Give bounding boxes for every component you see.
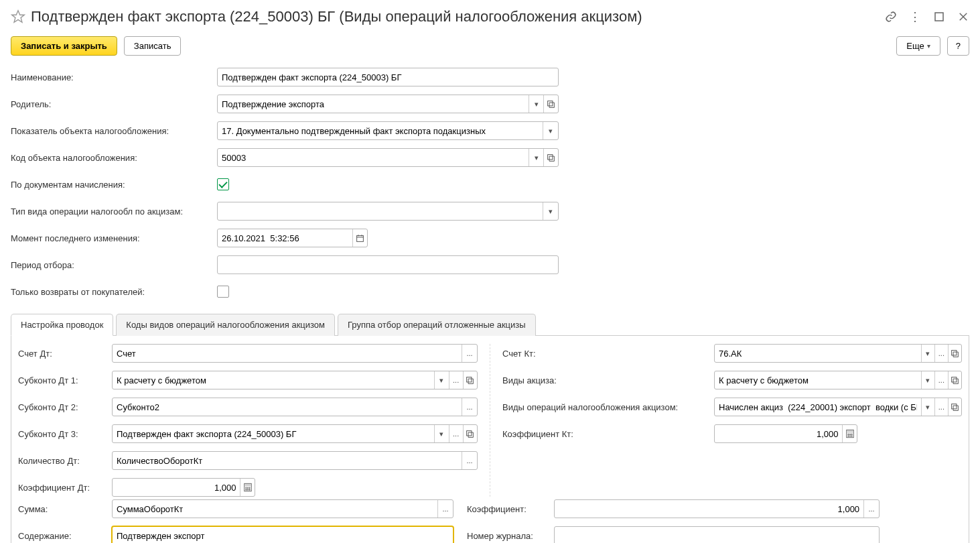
acc-dt-select-icon[interactable]: ...	[462, 345, 477, 362]
modified-label: Момент последнего изменения:	[11, 233, 217, 243]
sub1-select-icon[interactable]: ...	[449, 371, 463, 389]
sub3-dropdown-icon[interactable]: ▾	[434, 425, 448, 442]
coef-kt-label: Коэффициент Кт:	[502, 429, 714, 439]
svg-rect-22	[952, 404, 957, 408]
acc-kt-input[interactable]	[715, 345, 921, 362]
sub3-open-icon[interactable]	[463, 425, 477, 442]
sub3-input[interactable]	[113, 425, 434, 442]
more-button[interactable]: Еще ▾	[896, 36, 940, 56]
taxcode-label: Код объекта налогообложения:	[11, 153, 217, 163]
modified-input[interactable]	[218, 229, 352, 247]
content-label: Содержание:	[18, 531, 112, 541]
help-button[interactable]: ?	[947, 36, 969, 56]
sub2-input[interactable]	[113, 398, 462, 416]
svg-point-30	[851, 436, 852, 436]
tab-operation-codes[interactable]: Коды видов операций налогообложения акци…	[116, 314, 335, 336]
period-label: Период отбора:	[11, 260, 217, 270]
svg-rect-21	[952, 377, 957, 381]
svg-point-18	[247, 489, 248, 490]
svg-point-25	[847, 434, 848, 434]
sub1-dropdown-icon[interactable]: ▾	[434, 371, 448, 389]
excise-ops-select-icon[interactable]: ...	[934, 398, 948, 416]
save-and-close-button[interactable]: Записать и закрыть	[11, 36, 117, 56]
excise-ops-dropdown-icon[interactable]: ▾	[921, 398, 934, 416]
coef-kt-input[interactable]	[715, 425, 842, 442]
close-icon[interactable]	[957, 11, 969, 23]
coef-label: Коэффициент:	[467, 504, 554, 514]
parent-input[interactable]	[218, 95, 529, 113]
svg-point-16	[249, 487, 250, 488]
acc-kt-select-icon[interactable]: ...	[934, 345, 948, 362]
excise-types-input[interactable]	[715, 371, 921, 389]
svg-point-19	[249, 489, 250, 490]
maximize-icon[interactable]	[933, 11, 945, 23]
sub1-input[interactable]	[113, 371, 434, 389]
acc-kt-dropdown-icon[interactable]: ▾	[921, 345, 934, 362]
optype-input[interactable]	[218, 202, 543, 220]
window-title: Подтвержден факт экспорта (224_50003) БГ…	[31, 8, 885, 25]
excise-types-open-icon[interactable]	[948, 371, 961, 389]
parent-dropdown-icon[interactable]: ▾	[529, 95, 543, 113]
indicator-label: Показатель объекта налогообложения:	[11, 126, 217, 136]
sub1-open-icon[interactable]	[463, 371, 477, 389]
svg-point-26	[849, 434, 850, 434]
bydocs-checkbox[interactable]	[217, 178, 229, 190]
acc-dt-input[interactable]	[113, 345, 462, 362]
returns-checkbox[interactable]	[217, 286, 229, 298]
save-button[interactable]: Записать	[124, 36, 182, 56]
period-input[interactable]	[218, 256, 558, 274]
calendar-icon[interactable]	[352, 229, 367, 247]
parent-open-icon[interactable]	[543, 95, 558, 113]
taxcode-dropdown-icon[interactable]: ▾	[529, 149, 543, 166]
excise-types-label: Виды акциза:	[502, 375, 714, 385]
excise-types-dropdown-icon[interactable]: ▾	[921, 371, 934, 389]
tab-postings[interactable]: Настройка проводок	[11, 314, 113, 336]
name-label: Наименование:	[11, 72, 217, 82]
optype-dropdown-icon[interactable]: ▾	[543, 202, 558, 220]
link-icon[interactable]	[885, 11, 897, 23]
coef-dt-input[interactable]	[113, 479, 240, 496]
excise-ops-input[interactable]	[715, 398, 921, 416]
sub3-label: Субконто Дт 3:	[18, 429, 112, 439]
optype-label: Тип вида операции налогообл по акцизам:	[11, 206, 217, 217]
taxcode-input[interactable]	[218, 149, 529, 166]
coef-dt-label: Коэффициент Дт:	[18, 483, 112, 493]
svg-rect-1	[935, 13, 943, 21]
qty-dt-input[interactable]	[113, 452, 462, 469]
kebab-menu-icon[interactable]: ⋮	[909, 11, 921, 23]
svg-rect-20	[952, 350, 957, 355]
indicator-dropdown-icon[interactable]: ▾	[543, 122, 558, 139]
svg-point-28	[847, 436, 848, 436]
acc-dt-label: Счет Дт:	[18, 349, 112, 359]
qty-dt-select-icon[interactable]: ...	[462, 452, 477, 469]
svg-point-29	[849, 436, 850, 436]
name-input[interactable]	[218, 68, 558, 86]
content-input[interactable]	[113, 527, 453, 543]
tab-deferred-group[interactable]: Группа отбор операций отложенные акцизы	[338, 314, 536, 336]
svg-rect-24	[847, 431, 853, 433]
sub2-select-icon[interactable]: ...	[462, 398, 477, 416]
bydocs-label: По документам начисления:	[11, 180, 217, 190]
coef-dt-calc-icon[interactable]	[240, 479, 255, 496]
favorite-star-icon[interactable]	[11, 9, 25, 24]
coef-select-icon[interactable]: ...	[863, 500, 879, 518]
coef-kt-calc-icon[interactable]	[842, 425, 857, 442]
svg-point-27	[851, 434, 852, 434]
excise-ops-label: Виды операций налогообложения акцизом:	[502, 402, 714, 412]
journal-label: Номер журнала:	[467, 531, 554, 541]
svg-rect-6	[357, 235, 364, 241]
coef-input[interactable]	[555, 500, 863, 518]
excise-types-select-icon[interactable]: ...	[934, 371, 948, 389]
acc-kt-open-icon[interactable]	[948, 345, 961, 362]
sum-input[interactable]	[113, 500, 437, 518]
returns-label: Только возвраты от покупателей:	[11, 287, 217, 297]
excise-ops-open-icon[interactable]	[948, 398, 961, 416]
svg-rect-4	[548, 101, 553, 105]
sub3-select-icon[interactable]: ...	[449, 425, 463, 442]
svg-rect-5	[548, 154, 553, 159]
taxcode-open-icon[interactable]	[543, 149, 558, 166]
indicator-input[interactable]	[218, 122, 543, 139]
sum-label: Сумма:	[18, 504, 112, 514]
journal-input[interactable]	[555, 527, 879, 543]
sum-select-icon[interactable]: ...	[437, 500, 453, 518]
